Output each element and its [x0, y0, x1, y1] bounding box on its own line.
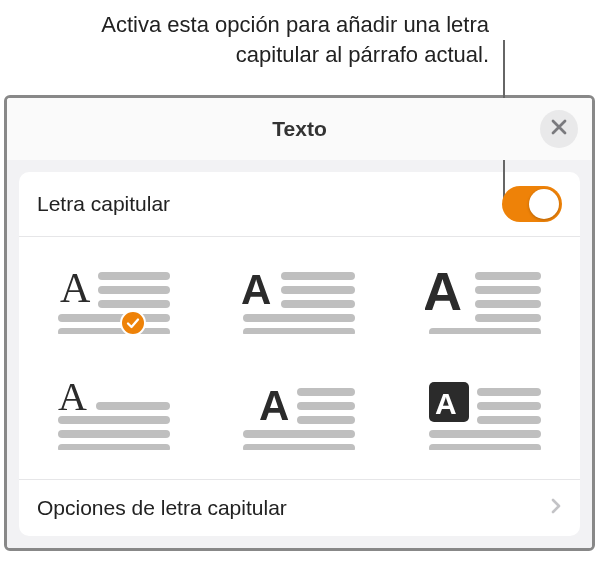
svg-rect-2	[98, 286, 170, 294]
svg-rect-28	[243, 444, 355, 450]
svg-rect-34	[429, 430, 541, 438]
drop-cap-section: Letra capitular A	[19, 172, 580, 536]
svg-rect-11	[243, 328, 355, 334]
drop-cap-toggle[interactable]	[502, 186, 562, 222]
svg-text:A: A	[435, 387, 457, 420]
svg-rect-31	[477, 388, 541, 396]
drop-cap-style-6[interactable]: A	[425, 380, 545, 450]
close-icon	[551, 119, 567, 139]
drop-cap-style-4[interactable]: A	[54, 380, 174, 450]
svg-text:A: A	[241, 266, 271, 313]
svg-rect-13	[475, 272, 541, 280]
svg-rect-24	[297, 388, 355, 396]
drop-cap-style-5[interactable]: A	[239, 380, 359, 450]
svg-rect-16	[475, 314, 541, 322]
svg-rect-14	[475, 286, 541, 294]
svg-text:A: A	[58, 380, 87, 419]
svg-rect-21	[58, 430, 170, 438]
svg-rect-17	[429, 328, 541, 334]
chevron-right-icon	[551, 498, 562, 518]
callout-text: Activa esta opción para añadir una letra…	[69, 10, 489, 69]
svg-rect-7	[281, 272, 355, 280]
close-button[interactable]	[540, 110, 578, 148]
svg-rect-9	[281, 300, 355, 308]
svg-rect-32	[477, 402, 541, 410]
svg-rect-20	[58, 416, 170, 424]
drop-cap-toggle-row: Letra capitular	[19, 172, 580, 237]
svg-rect-4	[58, 314, 170, 322]
svg-text:A: A	[60, 265, 91, 311]
drop-cap-options-label: Opciones de letra capitular	[37, 496, 551, 520]
svg-rect-26	[297, 416, 355, 424]
svg-text:A: A	[259, 382, 289, 429]
drop-cap-style-2[interactable]: A	[239, 264, 359, 334]
svg-rect-25	[297, 402, 355, 410]
svg-rect-5	[58, 328, 170, 334]
svg-rect-33	[477, 416, 541, 424]
panel-header: Texto	[7, 98, 592, 160]
toggle-knob	[529, 189, 559, 219]
selected-checkmark-icon	[120, 310, 146, 336]
drop-cap-toggle-label: Letra capitular	[37, 192, 502, 216]
panel-title: Texto	[272, 117, 326, 141]
svg-rect-15	[475, 300, 541, 308]
svg-rect-35	[429, 444, 541, 450]
drop-cap-style-3[interactable]: A	[425, 264, 545, 334]
drop-cap-options-row[interactable]: Opciones de letra capitular	[19, 480, 580, 536]
svg-rect-1	[98, 272, 170, 280]
svg-rect-3	[98, 300, 170, 308]
svg-rect-10	[243, 314, 355, 322]
svg-rect-22	[58, 444, 170, 450]
svg-rect-27	[243, 430, 355, 438]
drop-cap-styles-grid: A A	[19, 237, 580, 480]
svg-rect-19	[96, 402, 170, 410]
drop-cap-style-1[interactable]: A	[54, 264, 174, 334]
text-format-panel: Texto Letra capitular A	[4, 95, 595, 551]
svg-text:A: A	[425, 264, 462, 321]
svg-rect-8	[281, 286, 355, 294]
